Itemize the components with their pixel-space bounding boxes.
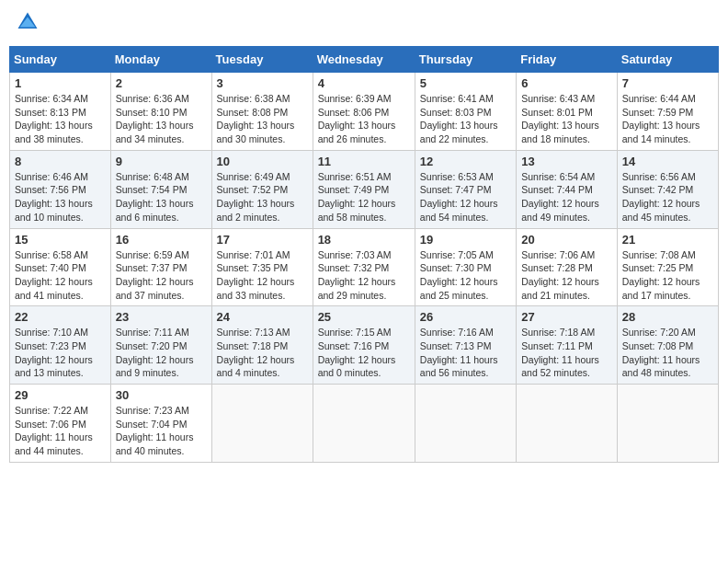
day-number: 25 <box>318 310 410 324</box>
calendar-cell: 23 Sunrise: 7:11 AM Sunset: 7:20 PM Dayl… <box>110 306 211 385</box>
day-info: Sunrise: 6:39 AM Sunset: 8:06 PM Dayligh… <box>318 92 410 146</box>
weekday-header-monday: Monday <box>110 47 211 73</box>
day-number: 2 <box>116 76 207 90</box>
calendar-cell: 21 Sunrise: 7:08 AM Sunset: 7:25 PM Dayl… <box>617 228 718 306</box>
calendar-cell: 26 Sunrise: 7:16 AM Sunset: 7:13 PM Dayl… <box>415 306 516 385</box>
day-info: Sunrise: 6:54 AM Sunset: 7:44 PM Dayligh… <box>521 170 612 224</box>
weekday-header-friday: Friday <box>517 47 618 73</box>
calendar-cell: 30 Sunrise: 7:23 AM Sunset: 7:04 PM Dayl… <box>110 385 211 463</box>
day-info: Sunrise: 7:13 AM Sunset: 7:18 PM Dayligh… <box>217 326 308 380</box>
calendar-header-row: SundayMondayTuesdayWednesdayThursdayFrid… <box>10 47 719 73</box>
day-number: 26 <box>420 310 511 324</box>
calendar-cell: 19 Sunrise: 7:05 AM Sunset: 7:30 PM Dayl… <box>415 228 516 306</box>
calendar-cell: 4 Sunrise: 6:39 AM Sunset: 8:06 PM Dayli… <box>313 73 415 151</box>
day-number: 7 <box>622 76 713 90</box>
day-number: 23 <box>116 310 207 324</box>
day-number: 6 <box>521 76 612 90</box>
day-info: Sunrise: 7:15 AM Sunset: 7:16 PM Dayligh… <box>318 326 410 380</box>
calendar-week-3: 15 Sunrise: 6:58 AM Sunset: 7:40 PM Dayl… <box>10 228 719 306</box>
day-info: Sunrise: 7:18 AM Sunset: 7:11 PM Dayligh… <box>521 326 612 380</box>
day-info: Sunrise: 6:43 AM Sunset: 8:01 PM Dayligh… <box>521 92 612 146</box>
calendar-cell: 28 Sunrise: 7:20 AM Sunset: 7:08 PM Dayl… <box>617 306 718 385</box>
calendar-cell: 5 Sunrise: 6:41 AM Sunset: 8:03 PM Dayli… <box>415 73 516 151</box>
calendar-cell: 12 Sunrise: 6:53 AM Sunset: 7:47 PM Dayl… <box>415 150 516 228</box>
day-number: 28 <box>622 310 713 324</box>
calendar-cell: 1 Sunrise: 6:34 AM Sunset: 8:13 PM Dayli… <box>10 73 111 151</box>
day-number: 11 <box>318 155 410 168</box>
day-number: 22 <box>15 310 106 324</box>
day-number: 4 <box>318 76 410 90</box>
day-number: 19 <box>420 233 511 247</box>
calendar-cell: 25 Sunrise: 7:15 AM Sunset: 7:16 PM Dayl… <box>313 306 415 385</box>
calendar-cell: 27 Sunrise: 7:18 AM Sunset: 7:11 PM Dayl… <box>517 306 618 385</box>
day-number: 17 <box>217 233 308 247</box>
day-info: Sunrise: 6:38 AM Sunset: 8:08 PM Dayligh… <box>217 92 308 146</box>
calendar-cell <box>517 385 618 463</box>
calendar-cell <box>415 385 516 463</box>
calendar-cell: 15 Sunrise: 6:58 AM Sunset: 7:40 PM Dayl… <box>10 228 111 306</box>
calendar-cell: 24 Sunrise: 7:13 AM Sunset: 7:18 PM Dayl… <box>211 306 313 385</box>
day-number: 5 <box>420 76 511 90</box>
day-number: 10 <box>217 155 308 168</box>
day-info: Sunrise: 6:36 AM Sunset: 8:10 PM Dayligh… <box>116 92 207 146</box>
calendar-cell: 17 Sunrise: 7:01 AM Sunset: 7:35 PM Dayl… <box>211 228 313 306</box>
day-info: Sunrise: 7:11 AM Sunset: 7:20 PM Dayligh… <box>116 326 207 380</box>
day-info: Sunrise: 7:23 AM Sunset: 7:04 PM Dayligh… <box>116 404 207 458</box>
weekday-header-saturday: Saturday <box>617 47 718 73</box>
calendar-cell: 10 Sunrise: 6:49 AM Sunset: 7:52 PM Dayl… <box>211 150 313 228</box>
day-number: 18 <box>318 233 410 247</box>
day-number: 1 <box>15 76 106 90</box>
day-number: 13 <box>521 155 612 168</box>
day-info: Sunrise: 7:03 AM Sunset: 7:32 PM Dayligh… <box>318 248 410 303</box>
page-header <box>9 9 719 39</box>
day-info: Sunrise: 7:10 AM Sunset: 7:23 PM Dayligh… <box>15 326 106 380</box>
day-number: 16 <box>116 233 207 247</box>
calendar-cell: 8 Sunrise: 6:46 AM Sunset: 7:56 PM Dayli… <box>10 150 111 228</box>
calendar-cell: 29 Sunrise: 7:22 AM Sunset: 7:06 PM Dayl… <box>10 385 111 463</box>
calendar-cell: 18 Sunrise: 7:03 AM Sunset: 7:32 PM Dayl… <box>313 228 415 306</box>
day-info: Sunrise: 6:44 AM Sunset: 7:59 PM Dayligh… <box>622 92 713 146</box>
day-info: Sunrise: 6:58 AM Sunset: 7:40 PM Dayligh… <box>15 248 106 303</box>
calendar-cell: 16 Sunrise: 6:59 AM Sunset: 7:37 PM Dayl… <box>110 228 211 306</box>
calendar-cell <box>211 385 313 463</box>
day-info: Sunrise: 6:48 AM Sunset: 7:54 PM Dayligh… <box>116 170 207 224</box>
day-number: 9 <box>116 155 207 168</box>
day-info: Sunrise: 7:05 AM Sunset: 7:30 PM Dayligh… <box>420 248 511 303</box>
day-info: Sunrise: 6:41 AM Sunset: 8:03 PM Dayligh… <box>420 92 511 146</box>
day-info: Sunrise: 6:51 AM Sunset: 7:49 PM Dayligh… <box>318 170 410 224</box>
logo-icon <box>15 9 40 35</box>
day-number: 29 <box>15 388 106 402</box>
calendar-table: SundayMondayTuesdayWednesdayThursdayFrid… <box>9 46 719 463</box>
day-number: 20 <box>521 233 612 247</box>
calendar-cell: 3 Sunrise: 6:38 AM Sunset: 8:08 PM Dayli… <box>211 73 313 151</box>
calendar-cell: 9 Sunrise: 6:48 AM Sunset: 7:54 PM Dayli… <box>110 150 211 228</box>
calendar-week-2: 8 Sunrise: 6:46 AM Sunset: 7:56 PM Dayli… <box>10 150 719 228</box>
weekday-header-tuesday: Tuesday <box>211 47 313 73</box>
calendar-cell <box>617 385 718 463</box>
day-info: Sunrise: 7:06 AM Sunset: 7:28 PM Dayligh… <box>521 248 612 303</box>
calendar-cell: 6 Sunrise: 6:43 AM Sunset: 8:01 PM Dayli… <box>517 73 618 151</box>
day-info: Sunrise: 7:22 AM Sunset: 7:06 PM Dayligh… <box>15 404 106 458</box>
calendar-cell: 20 Sunrise: 7:06 AM Sunset: 7:28 PM Dayl… <box>517 228 618 306</box>
day-info: Sunrise: 7:16 AM Sunset: 7:13 PM Dayligh… <box>420 326 511 380</box>
day-info: Sunrise: 7:08 AM Sunset: 7:25 PM Dayligh… <box>622 248 713 303</box>
day-info: Sunrise: 6:46 AM Sunset: 7:56 PM Dayligh… <box>15 170 106 224</box>
calendar-cell: 13 Sunrise: 6:54 AM Sunset: 7:44 PM Dayl… <box>517 150 618 228</box>
day-number: 12 <box>420 155 511 168</box>
calendar-cell: 7 Sunrise: 6:44 AM Sunset: 7:59 PM Dayli… <box>617 73 718 151</box>
day-info: Sunrise: 6:59 AM Sunset: 7:37 PM Dayligh… <box>116 248 207 303</box>
calendar-cell: 14 Sunrise: 6:56 AM Sunset: 7:42 PM Dayl… <box>617 150 718 228</box>
day-number: 15 <box>15 233 106 247</box>
calendar-cell <box>313 385 415 463</box>
day-number: 8 <box>15 155 106 168</box>
calendar-cell: 2 Sunrise: 6:36 AM Sunset: 8:10 PM Dayli… <box>110 73 211 151</box>
day-number: 27 <box>521 310 612 324</box>
day-info: Sunrise: 6:56 AM Sunset: 7:42 PM Dayligh… <box>622 170 713 224</box>
logo <box>13 9 40 39</box>
calendar-cell: 22 Sunrise: 7:10 AM Sunset: 7:23 PM Dayl… <box>10 306 111 385</box>
calendar-week-1: 1 Sunrise: 6:34 AM Sunset: 8:13 PM Dayli… <box>10 73 719 151</box>
day-number: 30 <box>116 388 207 402</box>
weekday-header-sunday: Sunday <box>10 47 111 73</box>
calendar-week-4: 22 Sunrise: 7:10 AM Sunset: 7:23 PM Dayl… <box>10 306 719 385</box>
day-info: Sunrise: 6:53 AM Sunset: 7:47 PM Dayligh… <box>420 170 511 224</box>
